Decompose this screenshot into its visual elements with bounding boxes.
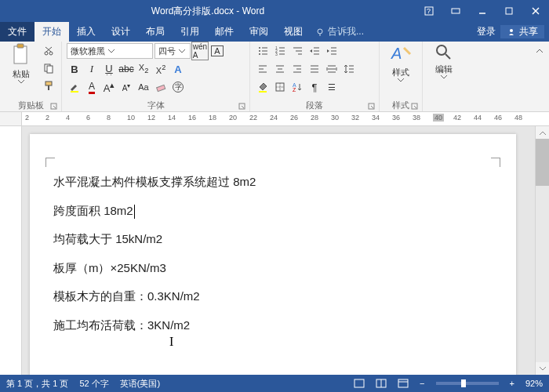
paste-button[interactable]: 粘贴 xyxy=(5,43,38,84)
dialog-launcher-icon[interactable] xyxy=(411,103,419,111)
sort-button[interactable]: AZ xyxy=(289,79,305,95)
font-color-button[interactable]: A xyxy=(84,79,100,95)
tab-file[interactable]: 文件 xyxy=(0,22,35,42)
align-center-button[interactable] xyxy=(272,61,288,77)
phonetic-guide-button[interactable]: wénA xyxy=(192,43,208,59)
borders-button[interactable] xyxy=(272,79,288,95)
font-size-selector[interactable]: 四号 xyxy=(155,43,191,59)
underline-button[interactable]: U xyxy=(101,61,117,77)
web-layout-view-icon[interactable] xyxy=(398,379,409,388)
horizontal-ruler[interactable]: 2246810121416182022242628303234363840424… xyxy=(0,112,549,126)
editing-button[interactable]: 编辑 xyxy=(427,43,460,79)
zoom-out-icon[interactable]: − xyxy=(420,379,424,388)
cut-button[interactable] xyxy=(41,43,56,59)
maximize-icon[interactable] xyxy=(496,0,522,22)
increase-indent-button[interactable] xyxy=(324,43,340,59)
scrollbar-thumb[interactable] xyxy=(536,139,549,186)
minimize-icon[interactable] xyxy=(469,0,496,22)
align-right-button[interactable] xyxy=(289,61,305,77)
numbering-button[interactable]: 123 xyxy=(272,43,288,59)
strikethrough-button[interactable]: abc xyxy=(118,61,134,77)
superscript-button[interactable]: X2 xyxy=(153,61,169,77)
subscript-button[interactable]: X2 xyxy=(136,61,151,77)
decrease-indent-button[interactable] xyxy=(307,43,322,59)
svg-rect-77 xyxy=(398,379,408,387)
svg-text:3: 3 xyxy=(275,52,278,56)
dialog-launcher-icon[interactable] xyxy=(238,103,246,111)
bold-button[interactable]: B xyxy=(67,61,82,77)
borders-icon xyxy=(274,82,285,93)
clipboard-group-label: 剪贴板 xyxy=(18,100,44,111)
word-count[interactable]: 52 个字 xyxy=(79,378,108,390)
highlight-button[interactable] xyxy=(67,79,82,95)
paragraph[interactable]: 施工均布活荷载：3KN/m2 xyxy=(53,317,493,335)
text-effects-button[interactable]: A xyxy=(170,61,186,77)
line-spacing-button[interactable] xyxy=(341,61,357,77)
distributed-icon xyxy=(326,64,337,74)
scroll-up-icon[interactable] xyxy=(536,126,549,139)
vertical-scrollbar[interactable] xyxy=(535,126,549,375)
tab-view[interactable]: 视图 xyxy=(276,22,311,42)
share-button[interactable]: 共享 xyxy=(500,25,544,38)
zoom-thumb[interactable] xyxy=(461,379,466,387)
dialog-launcher-icon[interactable] xyxy=(50,103,58,111)
styles-button[interactable]: A 样式 xyxy=(384,43,417,82)
zoom-slider[interactable] xyxy=(436,382,499,385)
justify-button[interactable] xyxy=(307,61,322,77)
read-mode-view-icon[interactable] xyxy=(376,379,387,388)
align-left-icon xyxy=(257,64,268,74)
show-marks-button[interactable]: ¶ xyxy=(307,79,322,95)
tab-mailings[interactable]: 邮件 xyxy=(207,22,242,42)
paragraph[interactable]: 跨度面积 18m2 xyxy=(53,202,493,220)
tab-layout[interactable]: 布局 xyxy=(138,22,173,42)
tell-me-search[interactable]: 告诉我... xyxy=(311,22,472,42)
format-painter-button[interactable] xyxy=(41,78,56,93)
paragraph[interactable]: 均荷载大于 15kN/m2I xyxy=(53,230,493,249)
subscript-icon: X2 xyxy=(139,63,148,74)
asian-layout-button[interactable]: ☰ xyxy=(324,79,340,95)
shading-button[interactable] xyxy=(255,79,271,95)
tab-review[interactable]: 审阅 xyxy=(242,22,276,42)
scrollbar-track[interactable] xyxy=(536,139,549,362)
tab-insert[interactable]: 插入 xyxy=(69,22,104,42)
tab-home[interactable]: 开始 xyxy=(35,22,69,42)
copy-button[interactable] xyxy=(41,60,56,76)
grow-font-button[interactable]: A▴ xyxy=(101,79,117,95)
character-border-button[interactable]: A xyxy=(209,43,225,59)
shrink-font-button[interactable]: A▾ xyxy=(118,79,134,95)
page-scroll-container[interactable]: 水平混凝土构件模板支撑系统超过 8m2 跨度面积 18m2 均荷载大于 15kN… xyxy=(22,126,535,375)
align-left-button[interactable] xyxy=(255,61,271,77)
scroll-down-icon[interactable] xyxy=(536,362,549,375)
align-center-icon xyxy=(274,64,285,74)
paragraph[interactable]: 模板木方的自重：0.3KN/m2 xyxy=(53,288,493,306)
bullets-button[interactable] xyxy=(255,43,271,59)
paragraph[interactable]: 板厚（m）×25KN/m3 xyxy=(53,260,493,278)
chevron-down-icon xyxy=(108,49,115,53)
zoom-in-icon[interactable]: + xyxy=(510,379,514,388)
login-link[interactable]: 登录 xyxy=(477,25,496,38)
enclose-characters-button[interactable]: 字 xyxy=(170,79,186,95)
zoom-level[interactable]: 92% xyxy=(525,379,543,388)
tab-references[interactable]: 引用 xyxy=(173,22,207,42)
collapse-ribbon-button[interactable] xyxy=(532,43,547,59)
document-page[interactable]: 水平混凝土构件模板支撑系统超过 8m2 跨度面积 18m2 均荷载大于 15kN… xyxy=(30,134,516,375)
language-indicator[interactable]: 英语(美国) xyxy=(120,378,160,390)
change-case-button[interactable]: Aa xyxy=(136,79,151,95)
distributed-button[interactable] xyxy=(324,61,340,77)
italic-button[interactable]: I xyxy=(84,61,100,77)
svg-point-28 xyxy=(259,53,260,55)
dialog-launcher-icon[interactable] xyxy=(368,103,376,111)
ribbon-options-icon[interactable] xyxy=(442,0,469,22)
vertical-ruler[interactable] xyxy=(0,126,22,375)
print-layout-view-icon[interactable] xyxy=(354,379,365,388)
svg-rect-4 xyxy=(506,8,512,14)
clear-formatting-button[interactable] xyxy=(153,79,169,95)
font-family-value: 微软雅黑 xyxy=(71,45,105,57)
close-icon[interactable] xyxy=(522,0,549,22)
paragraph[interactable]: 水平混凝土构件模板支撑系统超过 8m2 xyxy=(53,173,493,191)
font-family-selector[interactable]: 微软雅黑 xyxy=(67,43,153,59)
tab-design[interactable]: 设计 xyxy=(104,22,138,42)
page-indicator[interactable]: 第 1 页，共 1 页 xyxy=(6,378,68,390)
multilevel-list-button[interactable] xyxy=(289,43,305,59)
help-icon[interactable]: ? xyxy=(416,0,442,22)
